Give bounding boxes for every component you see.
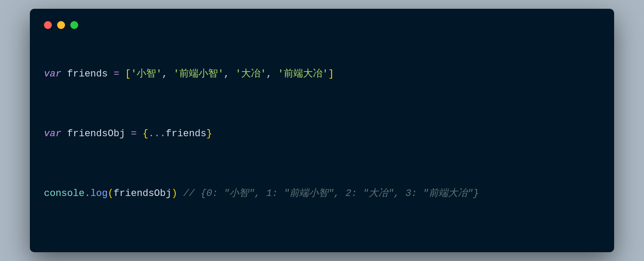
- brace-open: {: [142, 128, 148, 139]
- log-method: log: [90, 188, 108, 199]
- code-window: var friends = ['小智', '前端小智', '大冶', '前端大冶…: [30, 9, 614, 253]
- maximize-icon: [70, 21, 78, 29]
- operator-equals: =: [131, 128, 137, 139]
- brace-close: }: [206, 128, 212, 139]
- string-literal: '大冶': [235, 69, 266, 80]
- dot-operator: .: [84, 188, 90, 199]
- string-literal: '前端小智': [174, 69, 224, 80]
- string-literal: '前端大冶': [278, 69, 328, 80]
- code-line-3: console.log(friendsObj) // {0: "小智", 1: …: [44, 186, 600, 201]
- comma: ,: [266, 69, 272, 80]
- keyword-var: var: [44, 128, 62, 139]
- traffic-lights: [44, 21, 600, 29]
- space: [177, 188, 183, 199]
- identifier-friendsobj: friendsObj: [113, 188, 171, 199]
- paren-open: (: [108, 188, 113, 199]
- code-line-1: var friends = ['小智', '前端小智', '大冶', '前端大冶…: [44, 67, 600, 82]
- comment: // {0: "小智", 1: "前端小智", 2: "大冶", 3: "前端大…: [183, 188, 479, 199]
- keyword-var: var: [44, 69, 62, 80]
- code-line-2: var friendsObj = {...friends}: [44, 127, 600, 141]
- blank-line: [44, 156, 600, 171]
- bracket-open: [: [125, 69, 131, 80]
- bracket-close: ]: [328, 69, 334, 80]
- identifier-friends: friends: [166, 128, 206, 139]
- console-object: console: [44, 188, 84, 199]
- identifier-friends: friends: [67, 69, 108, 80]
- code-block: var friends = ['小智', '前端小智', '大冶', '前端大冶…: [44, 52, 600, 232]
- comma: ,: [224, 69, 229, 80]
- minimize-icon: [57, 21, 65, 29]
- identifier-friendsobj: friendsObj: [67, 128, 125, 139]
- blank-line: [44, 97, 600, 112]
- paren-close: ): [171, 188, 177, 199]
- operator-equals: =: [113, 69, 119, 80]
- close-icon: [44, 21, 52, 29]
- comma: ,: [162, 69, 167, 80]
- spread-operator: ...: [148, 128, 166, 139]
- string-literal: '小智': [131, 69, 162, 80]
